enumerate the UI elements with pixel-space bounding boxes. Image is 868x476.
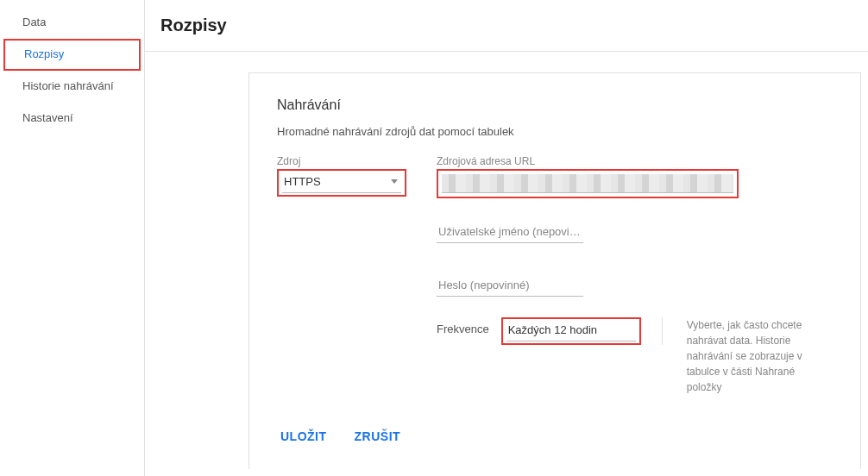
page-header: Rozpisy [145,0,868,52]
frequency-label: Frekvence [437,317,489,335]
chevron-down-icon [391,179,398,184]
username-input[interactable]: Uživatelské jméno (nepovinn… [437,221,583,243]
frequency-value: Každých 12 hodin [508,323,597,336]
main-area: Rozpisy Nahrávání Hromadné nahrávání zdr… [145,0,868,476]
url-label: Zdrojová adresa URL [437,155,739,167]
source-value: HTTPS [284,175,321,188]
url-input[interactable] [442,174,733,193]
save-button[interactable]: ULOŽIT [277,424,330,448]
frequency-highlight: Každých 12 hodin [501,317,641,345]
card-title: Nahrávání [277,97,833,113]
sidebar-item-nastaveni[interactable]: Nastavení [0,103,144,135]
content: Nahrávání Hromadné nahrávání zdrojů dat … [145,52,868,476]
page-title: Rozpisy [160,16,868,35]
card-footer: ULOŽIT ZRUŠIT [277,424,833,448]
frequency-hint: Vyberte, jak často chcete nahrávat data.… [687,317,833,395]
sidebar: Data Rozpisy Historie nahrávání Nastaven… [0,0,145,476]
source-label: Zdroj [277,155,406,167]
sidebar-item-historie[interactable]: Historie nahrávání [0,71,144,103]
card-subtitle: Hromadné nahrávání zdrojů dat pomocí tab… [277,125,833,138]
upload-card: Nahrávání Hromadné nahrávání zdrojů dat … [248,72,861,469]
frequency-select[interactable]: Každých 12 hodin [506,319,636,341]
sidebar-item-data[interactable]: Data [0,7,144,39]
source-select[interactable]: HTTPS [282,171,401,193]
source-highlight: HTTPS [277,169,406,197]
sidebar-item-rozpisy[interactable]: Rozpisy [3,39,141,71]
cancel-button[interactable]: ZRUŠIT [351,424,405,448]
password-input[interactable]: Heslo (nepovinné) [437,274,583,297]
url-highlight [437,169,739,198]
